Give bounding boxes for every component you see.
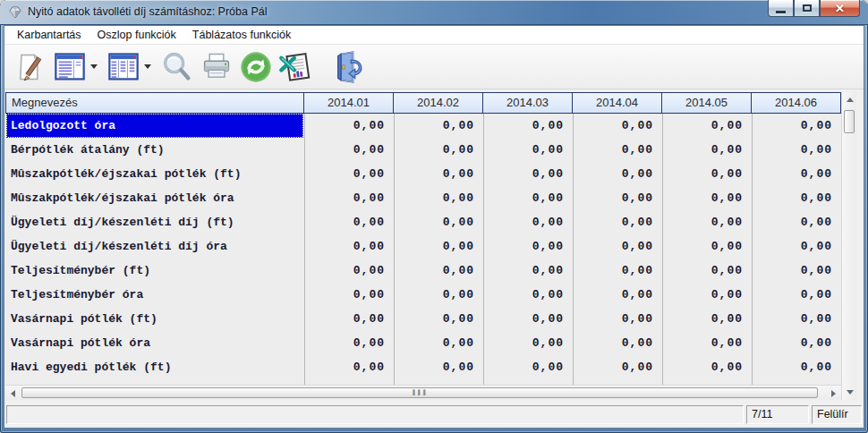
cell-value[interactable]: 0,00 bbox=[752, 186, 841, 210]
cell-value[interactable]: 0,00 bbox=[304, 307, 394, 331]
list-view-button[interactable] bbox=[50, 47, 89, 87]
refresh-button[interactable] bbox=[236, 47, 276, 87]
cell-value[interactable]: 0,00 bbox=[752, 283, 841, 307]
cell-value[interactable]: 0,00 bbox=[573, 259, 662, 283]
cell-value[interactable]: 0,00 bbox=[304, 283, 394, 307]
row-label[interactable]: Teljesítménybér óra bbox=[5, 283, 304, 307]
column-header[interactable]: 2014.01 bbox=[304, 92, 394, 114]
cell-value[interactable]: 0,00 bbox=[752, 355, 841, 379]
grid-view-dropdown-arrow[interactable] bbox=[144, 64, 151, 69]
cell-value[interactable]: 0,00 bbox=[483, 307, 573, 331]
cell-value[interactable]: 0,00 bbox=[394, 331, 483, 355]
cell-value[interactable]: 0,00 bbox=[662, 162, 752, 186]
cell-value[interactable]: 0,00 bbox=[662, 114, 752, 138]
cell-value[interactable]: 0,00 bbox=[483, 138, 573, 162]
cell-value[interactable]: 0,00 bbox=[573, 355, 662, 379]
column-header[interactable]: 2014.06 bbox=[752, 92, 841, 114]
row-label[interactable]: Ügyeleti díj/készenléti díj óra bbox=[5, 234, 304, 259]
cell-value[interactable]: 0,00 bbox=[573, 331, 662, 355]
cell-value[interactable]: 0,00 bbox=[304, 355, 394, 379]
cell-value[interactable]: 0,00 bbox=[483, 234, 573, 259]
table-row[interactable]: Havi egyedi pótlék (ft)0,000,000,000,000… bbox=[5, 355, 841, 379]
cell-value[interactable]: 0,00 bbox=[304, 210, 394, 234]
cell-value[interactable]: 0,00 bbox=[483, 210, 573, 234]
cell-value[interactable]: 0,00 bbox=[394, 186, 483, 210]
cell-value[interactable]: 0,00 bbox=[573, 162, 662, 186]
cell-value[interactable]: 0,00 bbox=[752, 307, 841, 331]
cell-value[interactable]: 0,00 bbox=[662, 307, 752, 331]
cell-value[interactable]: 0,00 bbox=[394, 259, 483, 283]
cell-value[interactable]: 0,00 bbox=[662, 259, 752, 283]
column-header[interactable]: 2014.03 bbox=[483, 92, 573, 114]
scroll-left-button[interactable] bbox=[5, 386, 21, 401]
column-header[interactable]: 2014.05 bbox=[662, 92, 752, 114]
minimize-button[interactable] bbox=[768, 0, 794, 17]
table-row[interactable]: Teljesítménybér óra0,000,000,000,000,000… bbox=[5, 283, 841, 307]
cell-value[interactable]: 0,00 bbox=[394, 283, 483, 307]
vertical-scrollbar[interactable] bbox=[841, 92, 856, 400]
cell-value[interactable]: 0,00 bbox=[394, 210, 483, 234]
row-label[interactable]: Ügyeleti díj/készenléti díj (ft) bbox=[5, 210, 304, 234]
cell-value[interactable]: 0,00 bbox=[752, 331, 841, 355]
cell-value[interactable]: 0,00 bbox=[304, 234, 394, 259]
row-label[interactable]: Vasárnapi pótlék (ft) bbox=[5, 307, 304, 331]
cell-value[interactable]: 0,00 bbox=[573, 307, 662, 331]
table-row[interactable]: Mûszakpótlék/éjszakai pótlék (ft)0,000,0… bbox=[5, 162, 841, 186]
cell-value[interactable]: 0,00 bbox=[483, 186, 573, 210]
cell-value[interactable]: 0,00 bbox=[662, 210, 752, 234]
grid-view-button[interactable] bbox=[104, 47, 143, 87]
row-label[interactable]: Bérpótlék átalány (ft) bbox=[5, 138, 304, 162]
cell-value[interactable]: 0,00 bbox=[573, 114, 662, 138]
scroll-right-button[interactable] bbox=[826, 386, 841, 401]
horizontal-scroll-thumb[interactable]: ❚❚❚ bbox=[21, 387, 818, 398]
cell-value[interactable]: 0,00 bbox=[304, 259, 394, 283]
table-row[interactable]: Vasárnapi pótlék óra0,000,000,000,000,00… bbox=[5, 331, 841, 355]
row-label[interactable]: Mûszakpótlék/éjszakai pótlék óra bbox=[5, 186, 304, 210]
cell-value[interactable]: 0,00 bbox=[573, 283, 662, 307]
cell-value[interactable]: 0,00 bbox=[573, 186, 662, 210]
cell-value[interactable]: 0,00 bbox=[304, 114, 394, 138]
cell-value[interactable]: 0,00 bbox=[483, 331, 573, 355]
table-row[interactable]: Bérpótlék átalány (ft)0,000,000,000,000,… bbox=[5, 138, 841, 162]
table-row[interactable]: Ügyeleti díj/készenléti díj óra0,000,000… bbox=[5, 234, 841, 259]
cell-value[interactable]: 0,00 bbox=[304, 138, 394, 162]
cell-value[interactable]: 0,00 bbox=[394, 162, 483, 186]
cell-value[interactable]: 0,00 bbox=[662, 331, 752, 355]
exit-button[interactable] bbox=[329, 47, 369, 87]
menu-item-1[interactable]: Oszlop funkciók bbox=[89, 27, 184, 43]
scroll-down-button[interactable] bbox=[842, 385, 857, 400]
cell-value[interactable]: 0,00 bbox=[483, 114, 573, 138]
row-label[interactable]: Mûszakpótlék/éjszakai pótlék (ft) bbox=[5, 162, 304, 186]
search-button[interactable] bbox=[157, 47, 197, 87]
row-label[interactable]: Havi egyedi pótlék (ft) bbox=[5, 355, 304, 379]
row-label[interactable]: Teljesítménybér (ft) bbox=[5, 259, 304, 283]
cell-value[interactable]: 0,00 bbox=[304, 162, 394, 186]
cell-value[interactable]: 0,00 bbox=[483, 162, 573, 186]
list-view-dropdown-arrow[interactable] bbox=[90, 64, 98, 69]
cell-value[interactable]: 0,00 bbox=[394, 114, 483, 138]
cell-value[interactable]: 0,00 bbox=[483, 283, 573, 307]
cell-value[interactable]: 0,00 bbox=[394, 138, 483, 162]
maximize-button[interactable] bbox=[794, 0, 820, 17]
edit-button[interactable] bbox=[11, 47, 50, 87]
cell-value[interactable]: 0,00 bbox=[304, 186, 394, 210]
vertical-scroll-thumb[interactable] bbox=[844, 110, 855, 133]
cell-value[interactable]: 0,00 bbox=[662, 234, 752, 259]
cell-value[interactable]: 0,00 bbox=[573, 138, 662, 162]
cell-value[interactable]: 0,00 bbox=[573, 234, 662, 259]
table-row[interactable]: Ügyeleti díj/készenléti díj (ft)0,000,00… bbox=[5, 210, 841, 234]
cell-value[interactable]: 0,00 bbox=[662, 186, 752, 210]
table-row[interactable]: Mûszakpótlék/éjszakai pótlék óra0,000,00… bbox=[5, 186, 841, 210]
column-header[interactable]: Megnevezés bbox=[5, 92, 304, 114]
horizontal-scrollbar[interactable]: ❚❚❚ bbox=[5, 385, 841, 400]
title-bar[interactable]: Nyitó adatok távolléti díj számításhoz: … bbox=[0, 0, 868, 25]
column-header[interactable]: 2014.04 bbox=[573, 92, 662, 114]
scroll-up-button[interactable] bbox=[842, 92, 857, 107]
table-row[interactable]: Vasárnapi pótlék (ft)0,000,000,000,000,0… bbox=[5, 307, 841, 331]
cell-value[interactable]: 0,00 bbox=[752, 114, 841, 138]
cell-value[interactable]: 0,00 bbox=[752, 162, 841, 186]
cell-value[interactable]: 0,00 bbox=[394, 307, 483, 331]
row-label[interactable]: Vasárnapi pótlék óra bbox=[5, 331, 304, 355]
cell-value[interactable]: 0,00 bbox=[662, 138, 752, 162]
cell-value[interactable]: 0,00 bbox=[662, 283, 752, 307]
